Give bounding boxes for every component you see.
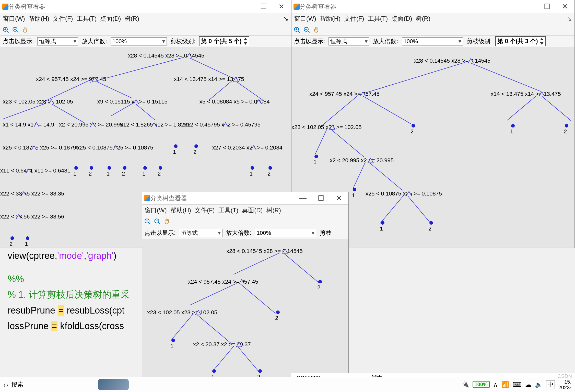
- menu-file[interactable]: 文件(F): [53, 15, 73, 23]
- leaf-dot: [123, 166, 126, 170]
- volume-icon[interactable]: 🔈: [535, 381, 543, 388]
- pan-icon[interactable]: [313, 26, 320, 33]
- close-button[interactable]: ✕: [560, 2, 570, 11]
- leaf-dot: [159, 166, 162, 170]
- leaf-dot: [353, 188, 356, 191]
- titlebar[interactable]: 分类树查看器 — ☐ ✕: [0, 0, 291, 13]
- leaf-dot: [412, 124, 415, 128]
- leaf-dot: [74, 166, 78, 170]
- prune-level-spinner[interactable]: 第 0 个(共 5 个): [199, 36, 249, 46]
- minimize-button[interactable]: —: [524, 2, 534, 11]
- tree-node: x25 < 0.10875 x25 >= 0.10875: [366, 190, 442, 197]
- zoom-out-icon[interactable]: [12, 26, 19, 33]
- toolbar: [291, 24, 574, 36]
- prune-label-truncated: 剪枝: [320, 229, 332, 237]
- tree-node-root: x28 < 0.14545 x28 >= 0.14545: [128, 52, 204, 59]
- battery-indicator[interactable]: 100%: [473, 381, 490, 388]
- svg-line-8: [298, 31, 300, 32]
- pan-icon[interactable]: [163, 218, 171, 225]
- input-method-icon[interactable]: ⌨: [513, 381, 522, 388]
- magnification-select[interactable]: 100%: [402, 37, 463, 45]
- menu-tree[interactable]: 树(R): [266, 206, 281, 214]
- menu-desktop[interactable]: 桌面(D): [391, 15, 412, 23]
- zoom-in-icon[interactable]: [2, 26, 9, 33]
- menu-window[interactable]: 窗口(W): [3, 15, 25, 23]
- cortana-icon[interactable]: [98, 379, 129, 390]
- tree-canvas[interactable]: x28 < 0.14545 x28 >= 0.14545 x24 < 957.4…: [142, 239, 348, 392]
- maximize-button[interactable]: ☐: [316, 194, 326, 202]
- prune-label: 剪枝级别:: [467, 37, 492, 45]
- zoom-out-icon[interactable]: [303, 26, 310, 33]
- menu-overflow-icon[interactable]: ↘: [283, 15, 288, 22]
- triangle-icon: [151, 122, 157, 127]
- minimize-button[interactable]: —: [298, 194, 308, 202]
- menu-tools[interactable]: 工具(T): [77, 15, 97, 23]
- magnification-select[interactable]: 100%: [255, 229, 316, 237]
- magnification-select[interactable]: 100%: [111, 37, 167, 45]
- clock-date[interactable]: 2023-: [558, 385, 571, 390]
- menu-overflow-icon[interactable]: ↘: [567, 15, 572, 22]
- display-select[interactable]: 恒等式: [179, 229, 222, 237]
- menu-tree[interactable]: 树(R): [125, 15, 139, 23]
- magnification-label: 放大倍数:: [82, 37, 107, 45]
- display-select[interactable]: 恒等式: [37, 37, 78, 45]
- menu-window[interactable]: 窗口(W): [294, 15, 316, 23]
- tree-node: x22 < 33.35 x22 >= 33.35: [0, 190, 64, 197]
- menu-help[interactable]: 帮助(H): [29, 15, 49, 23]
- leaf-dot: [194, 144, 198, 148]
- menu-tools[interactable]: 工具(T): [368, 15, 388, 23]
- display-select[interactable]: 恒等式: [328, 37, 369, 45]
- toolbar: [0, 24, 291, 36]
- maximize-button[interactable]: ☐: [542, 2, 552, 11]
- tree-node: x25 < 0.18795 x25 >= 0.18795: [3, 144, 79, 151]
- window-title: 分类树查看器: [300, 3, 524, 11]
- menu-tools[interactable]: 工具(T): [218, 206, 239, 214]
- menu-tree[interactable]: 树(R): [416, 15, 430, 23]
- close-button[interactable]: ✕: [334, 194, 344, 202]
- close-button[interactable]: ✕: [276, 2, 286, 11]
- control-bar: 点击以显示: 恒等式 放大倍数: 100% 剪枝级别: 第 0 个(共 3 个): [291, 36, 574, 47]
- pan-icon[interactable]: [22, 26, 29, 33]
- menu-desktop[interactable]: 桌面(D): [100, 15, 121, 23]
- zoom-in-icon[interactable]: [144, 218, 151, 225]
- zoom-in-icon[interactable]: [294, 26, 301, 33]
- toolbar: [142, 216, 348, 227]
- titlebar[interactable]: 分类树查看器 — ☐ ✕: [142, 192, 348, 205]
- svg-line-19: [158, 222, 160, 224]
- leaf-dot: [258, 369, 262, 373]
- svg-line-15: [149, 222, 150, 224]
- leaf-dot: [174, 144, 178, 148]
- leaf-dot: [251, 166, 254, 170]
- menu-desktop[interactable]: 桌面(D): [242, 206, 263, 214]
- leaf-dot: [212, 369, 216, 373]
- triangle-icon: [239, 279, 245, 284]
- menu-file[interactable]: 文件(F): [195, 206, 215, 214]
- clock-time[interactable]: 15:: [558, 379, 571, 385]
- watermark: CSDN: [557, 373, 572, 379]
- display-label: 点击以显示:: [3, 37, 34, 45]
- leaf-dot: [268, 166, 272, 170]
- onedrive-icon[interactable]: ☁: [525, 381, 531, 388]
- menu-file[interactable]: 文件(F): [344, 15, 364, 23]
- triangle-icon: [368, 158, 374, 163]
- leaf-dot: [143, 166, 147, 170]
- tree-node: x23 < 102.05 x23 >= 102.05: [3, 98, 73, 105]
- maximize-button[interactable]: ☐: [258, 2, 268, 11]
- titlebar[interactable]: 分类树查看器 — ☐ ✕: [291, 0, 574, 13]
- minimize-button[interactable]: —: [240, 2, 251, 11]
- zoom-out-icon[interactable]: [154, 218, 161, 225]
- triangle-icon: [539, 91, 545, 96]
- search-input[interactable]: 搜索: [11, 381, 24, 389]
- ime-indicator[interactable]: 中: [546, 380, 555, 389]
- tree-node: x22 < 33.56 x22 >= 33.56: [0, 213, 64, 220]
- search-icon[interactable]: ⌕: [4, 380, 8, 389]
- menu-window[interactable]: 窗口(W): [145, 206, 167, 214]
- menu-help[interactable]: 帮助(H): [170, 206, 191, 214]
- prune-level-spinner[interactable]: 第 0 个(共 3 个): [495, 36, 545, 46]
- magnification-label: 放大倍数:: [373, 37, 398, 45]
- triangle-icon: [48, 99, 54, 104]
- menu-help[interactable]: 帮助(H): [320, 15, 341, 23]
- power-icon[interactable]: 🔌: [462, 381, 469, 388]
- tray-overflow-icon[interactable]: ∧: [493, 381, 498, 388]
- wifi-icon[interactable]: 📶: [501, 381, 509, 388]
